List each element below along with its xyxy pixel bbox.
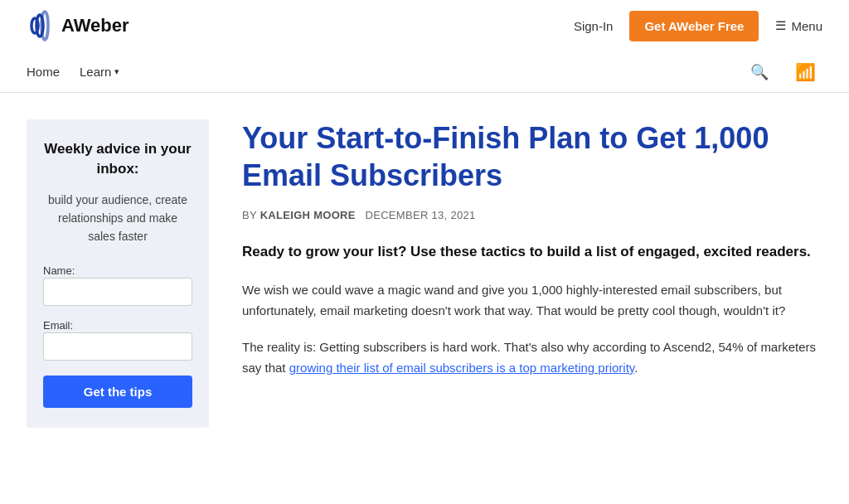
sidebar: Weekly advice in your inbox: build your … (27, 119, 209, 428)
nav-links: Home Learn ▾ (27, 51, 119, 92)
meta-date: DECEMBER 13, 2021 (366, 209, 476, 221)
rss-button[interactable]: 📶 (788, 56, 822, 89)
search-icon: 🔍 (750, 64, 769, 80)
email-input[interactable] (43, 332, 192, 361)
sidebar-description: build your audience, create relationship… (43, 191, 192, 246)
rss-icon: 📶 (795, 63, 816, 81)
hamburger-icon: ☰ (775, 18, 786, 33)
meta-author: KALEIGH MOORE (260, 209, 356, 221)
article-para2: The reality is: Getting subscribers is h… (242, 337, 822, 379)
nav-learn-label: Learn (80, 65, 111, 79)
meta-by: BY (242, 209, 257, 221)
article-body: We wish we could wave a magic wand and g… (242, 279, 822, 379)
header: AWeber Sign-In Get AWeber Free ☰ Menu (0, 0, 849, 51)
nav-learn[interactable]: Learn ▾ (80, 51, 119, 92)
svg-point-2 (41, 12, 48, 40)
name-label: Name: (43, 264, 75, 277)
article-para1: We wish we could wave a magic wand and g… (242, 279, 822, 322)
menu-button[interactable]: ☰ Menu (775, 18, 822, 33)
navigation: Home Learn ▾ 🔍 📶 (0, 51, 849, 93)
logo[interactable]: AWeber (27, 10, 129, 41)
sidebar-title: Weekly advice in your inbox: (43, 139, 192, 179)
chevron-down-icon: ▾ (114, 66, 119, 77)
signin-link[interactable]: Sign-In (574, 19, 614, 33)
nav-home[interactable]: Home (27, 51, 60, 92)
article: Your Start-to-Finish Plan to Get 1,000 E… (242, 119, 822, 428)
get-tips-button[interactable]: Get the tips (43, 376, 192, 408)
header-actions: Sign-In Get AWeber Free ☰ Menu (574, 11, 822, 41)
article-meta: BY KALEIGH MOORE DECEMBER 13, 2021 (242, 209, 822, 221)
name-input[interactable] (43, 278, 192, 306)
menu-label: Menu (791, 19, 822, 33)
article-title: Your Start-to-Finish Plan to Get 1,000 E… (242, 119, 822, 194)
logo-text: AWeber (61, 15, 129, 36)
article-link-subscribers[interactable]: growing their list of email subscribers … (289, 361, 635, 375)
logo-icon (27, 10, 58, 41)
get-free-button[interactable]: Get AWeber Free (629, 11, 759, 41)
nav-icons: 🔍 📶 (744, 56, 822, 89)
article-lead: Ready to grow your list? Use these tacti… (242, 241, 822, 263)
search-button[interactable]: 🔍 (744, 56, 775, 88)
main-layout: Weekly advice in your inbox: build your … (0, 93, 849, 454)
email-label: Email: (43, 319, 73, 332)
para2-suffix: . (634, 361, 638, 375)
